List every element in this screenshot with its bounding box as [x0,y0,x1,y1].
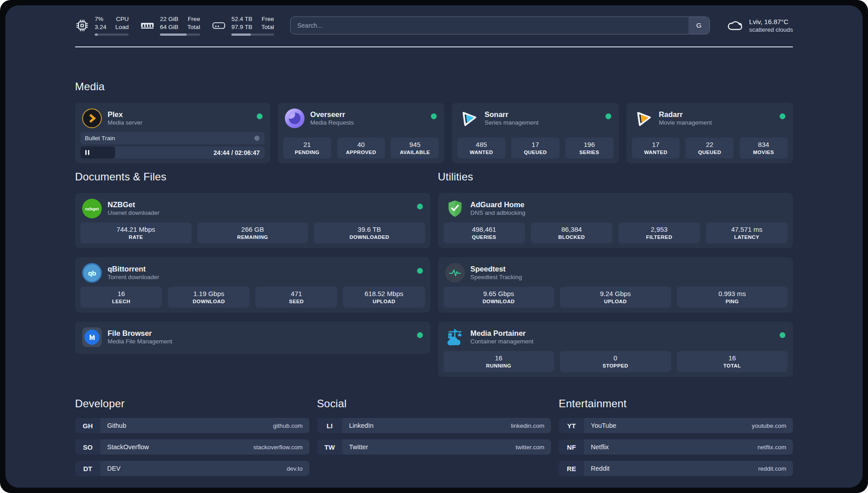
bookmark-github[interactable]: GH Github github.com [75,418,309,433]
topbar-divider [75,46,793,47]
service-card-radarr[interactable]: Radarr Movie management 17 WANTED 22 QUE… [626,103,793,163]
service-card-speedtest[interactable]: Speedtest Speedtest Tracking 9.65 Gbps D… [438,257,793,313]
disk-free-label: Free [261,15,274,23]
service-card-nzbget[interactable]: nzbget NZBGet Usenet downloader 744.21 M… [75,193,430,248]
stat-blocked: 86,384 BLOCKED [531,222,613,243]
section-title-developer: Developer [75,397,309,410]
disk-total-value: 97.9 TB [231,23,252,31]
speedtest-icon [445,263,465,283]
memory-free-label: Free [188,15,200,23]
entertainment-bookmarks: Entertainment YT YouTube youtube.com NF … [559,397,793,482]
stat-movies: 834 MOVIES [739,138,788,159]
sonarr-icon [459,109,479,128]
stat-downloaded: 39.6 TB DOWNLOADED [314,222,425,243]
stat-running: 16 RUNNING [443,351,555,372]
bookmark-name: Twitter [349,443,368,451]
memory-progress-fill [160,33,186,36]
service-card-qbittorrent[interactable]: qb qBittorrent Torrent downloader 16 LEE… [75,257,430,313]
service-description: Speedtest Tracking [471,274,522,281]
search-provider-button[interactable]: G [689,17,709,34]
service-description: Container management [471,338,534,346]
service-card-plex[interactable]: Plex Media server Bullet Train [75,103,270,163]
section-title-media: Media [75,80,793,93]
bookmark-twitter[interactable]: TW Twitter twitter.com [317,439,551,455]
bookmark-name: YouTube [591,422,616,429]
stat-series: 196 SERIES [565,138,613,159]
bookmark-domain: twitter.com [516,444,545,451]
status-dot [417,204,423,209]
weather-widget: Lviv, 16.87°C scattered clouds [726,18,793,33]
stat-download: 1.19 Gbps DOWNLOAD [168,287,250,308]
bookmark-name: StackOverflow [107,443,149,451]
bookmark-domain: reddit.com [758,465,786,472]
memory-total-label: Total [188,23,200,31]
stat-latency: 47.571 ms LATENCY [706,222,788,243]
service-name: File Browser [108,329,172,338]
bookmark-domain: linkedin.com [511,422,544,429]
status-dot [417,332,423,338]
stat-rate: 744.21 Mbps RATE [80,222,192,243]
disk-widget: 52.4 TB 97.9 TB Free Total [212,15,274,35]
status-dot [605,113,611,119]
bookmark-name: Netflix [591,443,609,451]
bookmark-abbr: SO [75,439,100,455]
pause-button[interactable] [80,146,115,159]
service-card-overseerr[interactable]: Overseerr Media Requests 21 PENDING 40 A… [278,103,444,163]
service-name: Radarr [659,110,712,119]
stat-available: 945 AVAILABLE [391,138,439,159]
memory-icon [140,18,154,33]
bookmark-youtube[interactable]: YT YouTube youtube.com [559,418,793,433]
cpu-progress-fill [95,33,98,36]
service-name: Media Portainer [471,329,534,338]
bookmark-name: LinkedIn [349,422,374,429]
section-title-entertainment: Entertainment [559,397,793,410]
service-card-adguard[interactable]: AdGuard Home DNS and adblocking 498,461 … [438,193,793,248]
stat-download: 9.65 Gbps DOWNLOAD [443,287,555,308]
bookmark-stackoverflow[interactable]: SO StackOverflow stackoverflow.com [75,439,309,455]
service-card-filebrowser[interactable]: File Browser Media File Management [75,322,430,354]
documents-column: Documents & Files nzbget NZBGet Usenet d… [75,171,430,354]
stream-settings-gear-icon[interactable] [254,135,260,142]
service-card-portainer[interactable]: Media Portainer Container management 16 … [438,322,793,377]
bookmark-domain: stackoverflow.com [253,444,302,451]
bookmark-reddit[interactable]: RE Reddit reddit.com [559,461,793,476]
status-dot [780,332,785,338]
adguard-icon [445,199,465,218]
stat-filtered: 2,953 FILTERED [618,222,700,243]
service-description: DNS and adblocking [471,209,526,217]
stat-ping: 0.993 ms PING [677,287,788,308]
radarr-icon [634,109,653,128]
bookmark-dev[interactable]: DT DEV dev.to [75,461,309,476]
bookmark-abbr: YT [559,418,584,433]
stat-remaining: 266 GB REMAINING [197,222,309,243]
service-description: Series management [484,119,538,127]
media-card-row: Plex Media server Bullet Train [75,103,793,163]
bookmark-linkedin[interactable]: LI LinkedIn linkedin.com [317,418,551,433]
search-input[interactable] [291,17,689,34]
service-card-sonarr[interactable]: Sonarr Series management 485 WANTED 17 Q… [452,103,618,163]
section-title-utilities: Utilities [438,171,793,183]
cpu-label: CPU [115,15,129,23]
service-name: Overseerr [310,110,354,119]
service-name: qBittorrent [108,264,159,274]
plex-icon [82,109,102,128]
stat-queries: 498,461 QUERIES [443,222,525,243]
playback-time: 24:44 / 02:06:47 [213,149,265,156]
service-description: Media server [108,119,142,127]
section-title-social: Social [317,397,551,410]
qbittorrent-icon: qb [82,263,102,283]
bookmark-domain: netflix.com [757,444,786,451]
filebrowser-icon [82,327,102,347]
service-description: Torrent downloader [108,274,159,281]
service-description: Media File Management [108,338,172,346]
weather-condition: scattered clouds [749,26,793,33]
search-bar: G [290,17,710,34]
stat-queued: 17 QUEUED [511,138,559,159]
bookmark-abbr: DT [75,461,100,476]
bookmark-netflix[interactable]: NF Netflix netflix.com [559,439,793,455]
disk-free-value: 52.4 TB [231,15,252,23]
stat-upload: 618.52 Mbps UPLOAD [343,287,425,308]
developer-bookmarks: Developer GH Github github.com SO StackO… [75,397,309,482]
service-name: Sonarr [484,110,538,119]
plex-now-playing: Bullet Train 24:44 / 02:06:47 [80,132,265,159]
